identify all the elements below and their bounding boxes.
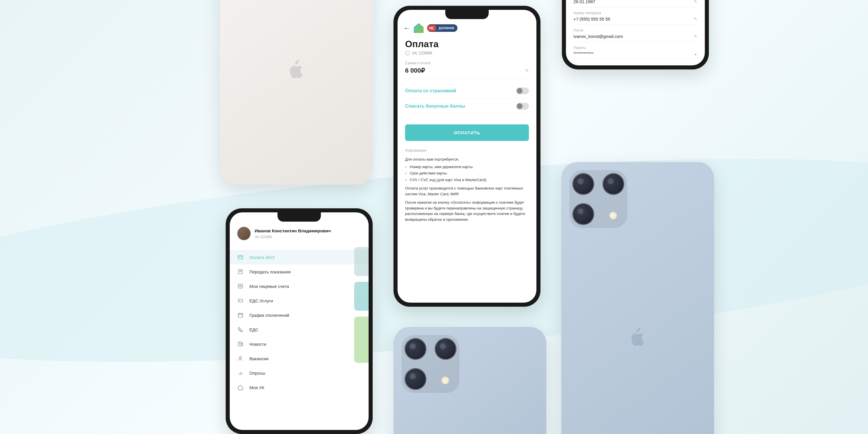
menu-item-schedule[interactable]: График отключений: [230, 308, 369, 322]
bonus-toggle[interactable]: [516, 103, 529, 110]
phone-profile: День рождения 26.01.1987 ✎ Номер телефон…: [562, 0, 709, 69]
camera-flash-icon: [441, 377, 449, 384]
menu-item-label: Моя УК: [249, 385, 265, 390]
info-requirements-list: Номер карты, имя держателя карты. Срок д…: [405, 164, 529, 183]
field-value-password: ************: [574, 51, 594, 56]
camera-lens-icon: [435, 338, 457, 360]
meter-icon: [237, 269, 244, 275]
info-section-title: Информация: [398, 147, 536, 154]
edit-pencil-icon[interactable]: ✎: [525, 68, 529, 73]
camera-module: [569, 170, 627, 228]
pay-button[interactable]: ОПЛАТИТЬ: [405, 124, 529, 141]
amount-label: Сумма к оплате: [405, 61, 529, 65]
field-label-email: Почта: [574, 28, 697, 32]
camera-flash-icon: [609, 212, 617, 219]
menu-item-readings[interactable]: Передать показания: [230, 265, 369, 279]
info-list-item: Срок действия карты.: [410, 170, 529, 176]
camera-module: [402, 335, 460, 393]
svg-rect-0: [238, 255, 243, 259]
account-label: л/с 123456: [412, 51, 432, 55]
svg-rect-8: [239, 299, 243, 302]
info-intro: Для оплаты вам портребуется:: [405, 157, 529, 162]
phone-payment: ← НЕ ДОЛЖНИК Оплата ⌄ л/с 123456 Сумма к…: [394, 6, 540, 307]
field-value-phone: +7 (555) 555 55 55: [574, 17, 610, 22]
insurance-toggle[interactable]: [516, 87, 529, 94]
edit-pencil-icon[interactable]: ✎: [693, 34, 697, 39]
menu-item-label: Оплата ЖКУ: [249, 255, 275, 260]
home-icon: [237, 384, 244, 391]
menu-item-eds[interactable]: ЕДС: [230, 322, 369, 337]
services-icon: [237, 298, 244, 304]
apple-logo-icon: [627, 326, 648, 350]
card-icon: [237, 254, 244, 260]
user-full-name: Иванов Константин Владимирович: [255, 228, 331, 234]
field-value-email: ivanov_konst@gmail.com: [574, 34, 623, 39]
menu-item-label: Опросы: [249, 371, 265, 376]
background-cards: [354, 247, 369, 430]
house-logo-icon: [414, 23, 424, 33]
apple-logo-icon: [286, 58, 306, 83]
menu-item-label: ЕДС: [249, 327, 258, 332]
edit-pencil-icon[interactable]: ✎: [693, 16, 697, 22]
info-list-item: CVV / CVC код (для карт Visa и MasterCar…: [410, 177, 529, 183]
info-content: Для оплаты вам портребуется: Номер карты…: [398, 154, 536, 224]
menu-item-news[interactable]: Новости: [230, 337, 369, 351]
iphone-pro-back-blue-right: [561, 162, 714, 434]
menu-item-services[interactable]: ЕДС.Услуги: [230, 293, 369, 308]
news-icon: [237, 341, 244, 347]
camera-lens-icon: [404, 368, 427, 390]
field-value-birthday: 26.01.1987: [574, 0, 595, 4]
badge-text: ДОЛЖНИК: [436, 26, 458, 31]
bonus-toggle-label: Списать бонусные баллы: [405, 103, 465, 109]
chevron-down-circle-icon: ⌄: [405, 51, 410, 55]
navigation-menu: Оплата ЖКУ Передать показания Мои лицевы…: [230, 246, 369, 399]
phone-menu: Иванов Константин Владимирович л/с 12345…: [226, 208, 373, 434]
phone-notch: [277, 212, 321, 222]
polls-icon: [237, 370, 244, 376]
camera-lens-icon: [572, 203, 594, 225]
phone-icon: [237, 327, 244, 333]
menu-item-label: График отключений: [249, 313, 289, 318]
info-paragraph: После нажатия на кнопку «Оплатить» инфор…: [405, 199, 529, 222]
camera-lens-icon: [572, 173, 594, 195]
camera-lens-icon: [404, 338, 427, 360]
menu-item-payment[interactable]: Оплата ЖКУ: [230, 250, 369, 265]
back-arrow-icon[interactable]: ←: [403, 24, 410, 32]
user-account-label: л/с 123456: [255, 235, 331, 239]
account-selector[interactable]: ⌄ л/с 123456: [398, 51, 536, 61]
svg-rect-10: [239, 313, 243, 317]
edit-pencil-icon[interactable]: ✎: [693, 0, 697, 4]
app-logo: [414, 23, 424, 33]
field-label-password: Пароль: [574, 46, 697, 50]
menu-item-label: Мои лицевые счета: [249, 284, 289, 289]
debtor-status-badge: НЕ ДОЛЖНИК: [427, 24, 458, 32]
info-paragraph: Оплата услуг производится с помощью банк…: [405, 185, 529, 197]
chevron-down-icon[interactable]: ⌄: [694, 51, 697, 56]
menu-item-company[interactable]: Моя УК: [230, 380, 369, 395]
camera-lens-icon: [602, 173, 624, 195]
iphone-pro-back-blue-bottom: [394, 327, 546, 434]
menu-item-label: Передать показания: [249, 269, 291, 274]
insurance-toggle-label: Оплата со страховкой: [405, 88, 456, 93]
iphone-back-silver: [220, 0, 373, 185]
menu-item-label: Вакансии: [249, 356, 269, 361]
menu-item-polls[interactable]: Опросы: [230, 366, 369, 380]
phone-notch: [445, 10, 489, 19]
jobs-icon: [237, 355, 244, 362]
amount-value: 6 000₽: [405, 67, 425, 74]
svg-point-9: [240, 300, 240, 301]
badge-prefix: НЕ: [427, 26, 436, 31]
menu-item-label: ЕДС.Услуги: [249, 298, 273, 303]
user-avatar[interactable]: [237, 227, 251, 240]
field-label-phone: Номер телефона: [574, 11, 697, 15]
svg-point-17: [240, 356, 242, 359]
menu-item-jobs[interactable]: Вакансии: [230, 351, 369, 366]
info-list-item: Номер карты, имя держателя карты.: [410, 164, 529, 170]
menu-item-accounts[interactable]: Мои лицевые счета: [230, 279, 369, 293]
accounts-icon: [237, 283, 244, 289]
page-title: Оплата: [398, 36, 536, 51]
calendar-icon: [237, 312, 244, 318]
menu-item-label: Новости: [249, 342, 266, 347]
